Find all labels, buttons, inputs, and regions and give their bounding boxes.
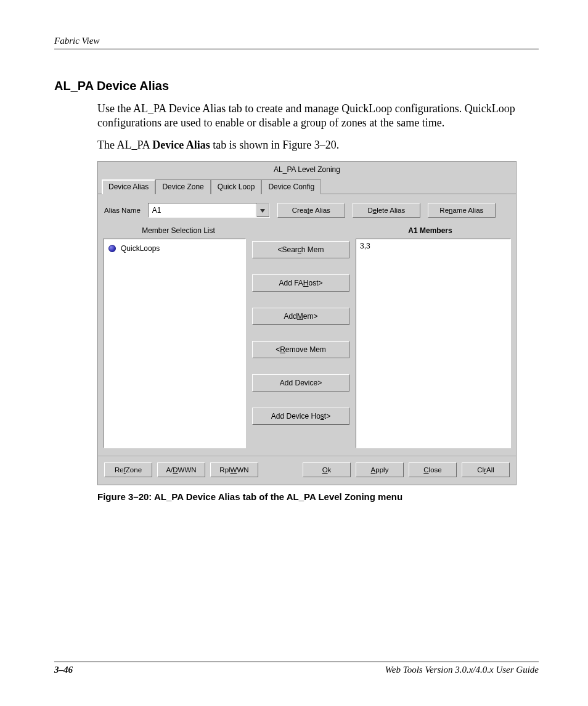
figure-caption: Figure 3–20: AL_PA Device Alias tab of t… — [97, 491, 539, 502]
paragraph-2: The AL_PA Device Alias tab is shown in F… — [97, 138, 539, 152]
figure-screenshot: AL_PA Level Zoning Device Alias Device Z… — [97, 161, 539, 485]
member-selection-list[interactable]: QuickLoops — [103, 239, 246, 448]
window-title: AL_PA Level Zoning — [98, 162, 516, 179]
clr-all-button[interactable]: Clr All — [462, 462, 510, 477]
section-title: AL_PA Device Alias — [54, 79, 539, 93]
lists-row: QuickLoops <Search Mem Add FA Host> Add … — [98, 239, 516, 456]
add-fa-host-button[interactable]: Add FA Host> — [252, 274, 349, 292]
node-icon — [108, 245, 116, 252]
add-mem-button[interactable]: Add Mem> — [252, 308, 349, 325]
alias-dropdown-button[interactable] — [256, 203, 269, 217]
members-list[interactable]: 3,3 — [356, 239, 511, 448]
tab-device-config[interactable]: Device Config — [261, 179, 321, 194]
alias-name-combo[interactable] — [148, 203, 270, 218]
tree-item-label: QuickLoops — [121, 244, 160, 253]
chevron-down-icon — [260, 206, 265, 215]
divider-bottom — [54, 662, 539, 662]
delete-alias-button[interactable]: Delete Alias — [353, 203, 420, 218]
ref-zone-button[interactable]: Ref Zone — [104, 462, 152, 477]
tree-item-quickloops[interactable]: QuickLoops — [107, 243, 242, 254]
list-item[interactable]: 3,3 — [360, 242, 507, 250]
ad-wwn-button[interactable]: A/D WWN — [157, 462, 205, 477]
add-device-host-button[interactable]: Add Device Host> — [252, 408, 349, 425]
rename-alias-button[interactable]: Rename Alias — [428, 203, 496, 218]
close-button[interactable]: Close — [409, 462, 457, 477]
search-mem-button[interactable]: <Search Mem — [252, 241, 349, 258]
running-head: Fabric View — [54, 36, 539, 46]
divider-top — [54, 49, 539, 49]
create-alias-button[interactable]: Create Alias — [277, 203, 345, 218]
remove-mem-button[interactable]: <Remove Mem — [252, 341, 349, 358]
alias-name-input[interactable] — [149, 203, 256, 217]
apply-button[interactable]: Apply — [356, 462, 404, 477]
rpl-wwn-button[interactable]: Rpl WWN — [210, 462, 258, 477]
tab-quick-loop[interactable]: Quick Loop — [211, 179, 262, 194]
tab-device-zone[interactable]: Device Zone — [155, 179, 210, 194]
add-device-button[interactable]: Add Device> — [252, 374, 349, 392]
bottom-button-bar: Ref Zone A/D WWN Rpl WWN Ok Apply Close — [98, 456, 516, 485]
ok-button[interactable]: Ok — [303, 462, 351, 477]
app-window: AL_PA Level Zoning Device Alias Device Z… — [97, 161, 517, 485]
alias-name-label: Alias Name — [104, 207, 141, 214]
page-number: 3–46 — [54, 665, 73, 675]
footer-doc-title: Web Tools Version 3.0.x/4.0.x User Guide — [385, 665, 539, 675]
transfer-buttons: <Search Mem Add FA Host> Add Mem> <Remov… — [252, 239, 349, 448]
tab-bar: Device Alias Device Zone Quick Loop Devi… — [98, 179, 516, 194]
members-header: A1 Members — [349, 226, 511, 235]
page-footer: 3–46 Web Tools Version 3.0.x/4.0.x User … — [54, 662, 539, 675]
member-selection-header: Member Selection List — [103, 226, 254, 235]
alias-row: Alias Name Create Alias Delete Alias Ren… — [98, 194, 516, 224]
svg-marker-0 — [260, 209, 265, 213]
tab-device-alias[interactable]: Device Alias — [102, 179, 155, 194]
paragraph-1: Use the AL_PA Device Alias tab to create… — [97, 102, 539, 129]
list-headers: Member Selection List A1 Members — [98, 224, 516, 239]
